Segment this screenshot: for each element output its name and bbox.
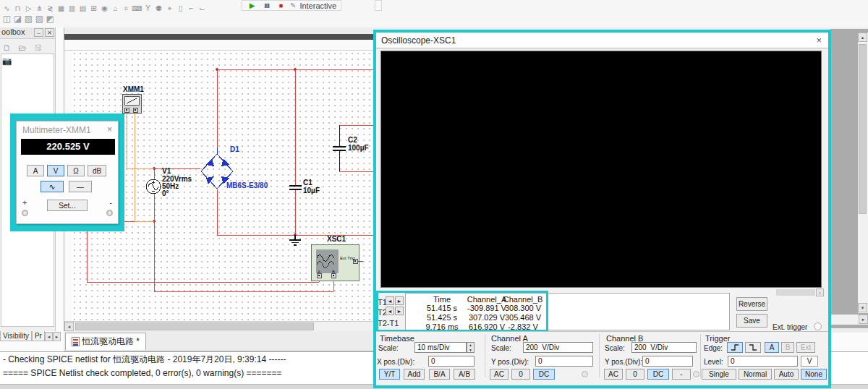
- timebase-xpos-input[interactable]: [428, 356, 475, 367]
- v1-name-label[interactable]: V1: [162, 168, 171, 175]
- save-button[interactable]: Save: [736, 314, 767, 328]
- place-peripherals-icon[interactable]: ⌨: [132, 4, 142, 12]
- canvas-vertical-scrollbar[interactable]: ▴ ▾: [858, 33, 868, 313]
- channel-a-dc-button[interactable]: DC: [533, 369, 555, 380]
- channel-b-scale-input[interactable]: [631, 342, 697, 353]
- cursor2-left-button[interactable]: ◄: [386, 307, 394, 315]
- multimeter-db-button[interactable]: dB: [88, 165, 106, 176]
- toolbox-close-button[interactable]: ✕: [45, 28, 54, 37]
- ext-trigger-terminal[interactable]: [814, 322, 822, 330]
- capture-icon[interactable]: ◩: [45, 14, 56, 24]
- place-rf-icon[interactable]: Y: [142, 4, 153, 12]
- trigger-level-unit[interactable]: V: [801, 356, 818, 367]
- ext-trigger-label: Ext. trigger: [773, 323, 807, 331]
- timebase-spinner[interactable]: ▲▼: [467, 342, 475, 353]
- reports-icon[interactable]: ▧: [34, 14, 45, 24]
- toolbox-minimize-button[interactable]: –: [34, 28, 43, 37]
- falling-edge-icon[interactable]: [745, 342, 761, 353]
- bus-icon[interactable]: ⌙: [197, 4, 208, 12]
- new-document-icon[interactable]: 🗋: [1, 43, 13, 52]
- delete-icon[interactable]: ▯: [175, 4, 186, 12]
- channel-b-ac-button[interactable]: AC: [604, 369, 623, 380]
- place-ttl-icon[interactable]: ▦: [56, 4, 67, 12]
- channel-a-zero-button[interactable]: 0: [511, 369, 530, 380]
- place-electromech-icon[interactable]: ⚉: [153, 4, 164, 12]
- grapher-icon[interactable]: ◫: [1, 14, 12, 24]
- save-icon[interactable]: 🖫: [32, 43, 44, 52]
- pause-simulation-button[interactable]: ▮▮: [261, 2, 272, 9]
- multimeter-ammeter-button[interactable]: A: [27, 165, 44, 176]
- trigger-b-button[interactable]: B: [781, 342, 794, 353]
- place-indicator-icon[interactable]: ◉: [99, 4, 110, 12]
- delta-channel-b-value: -2.832 V: [494, 322, 552, 331]
- cursor1-right-button[interactable]: ►: [395, 296, 404, 305]
- oscilloscope-titlebar[interactable]: Oscilloscope-XSC1 ×: [376, 33, 828, 48]
- timebase-ab-button[interactable]: A/B: [454, 369, 475, 380]
- interactive-mode-label[interactable]: Interactive: [299, 1, 336, 10]
- timebase-yt-button[interactable]: Y/T: [379, 369, 400, 380]
- trigger-level-input[interactable]: [728, 356, 798, 367]
- multimeter-dc-button[interactable]: —: [69, 181, 92, 192]
- d1-name-label[interactable]: D1: [230, 146, 239, 153]
- cursor1-left-button[interactable]: ◄: [386, 296, 394, 305]
- multimeter-ohmmeter-button[interactable]: Ω: [67, 165, 85, 176]
- channel-b-dc-button[interactable]: DC: [647, 369, 669, 380]
- channel-a-ypos-input[interactable]: [535, 356, 593, 367]
- hscroll-thumb[interactable]: [75, 322, 314, 330]
- channel-b-ypos-input[interactable]: [642, 356, 693, 367]
- trigger-single-button[interactable]: Single: [702, 369, 736, 380]
- hierarchy-icon[interactable]: ⌐: [186, 4, 197, 12]
- xsc1-label[interactable]: XSC1: [327, 236, 346, 243]
- scope-scroll-thumb[interactable]: [776, 289, 815, 296]
- multimeter-set-button[interactable]: Set...: [47, 200, 88, 211]
- tab-project[interactable]: Pr: [32, 331, 45, 341]
- channel-b-zero-button[interactable]: 0: [626, 369, 644, 380]
- channel-b-minus-button[interactable]: -: [672, 369, 691, 380]
- channel-a-scale-input[interactable]: [523, 342, 593, 353]
- multimeter-close-icon[interactable]: ×: [107, 124, 112, 134]
- vscroll-thumb[interactable]: [859, 44, 867, 214]
- channel-a-ac-button[interactable]: AC: [490, 369, 509, 380]
- postprocessor-icon[interactable]: ▨: [23, 14, 34, 24]
- cursor2-right-button[interactable]: ►: [395, 307, 404, 315]
- reverse-button[interactable]: Reverse: [736, 297, 767, 311]
- place-misc-icon[interactable]: ⌗: [121, 4, 132, 13]
- c1-name-label[interactable]: C1: [303, 179, 312, 187]
- scroll-down-icon[interactable]: ▾: [858, 303, 867, 312]
- scope-scroll-right-icon[interactable]: ›: [816, 288, 824, 296]
- oscilloscope-close-icon[interactable]: ×: [816, 35, 822, 46]
- multimeter-window[interactable]: Multimeter-XMM1 × 220.525 V A V Ω dB ∿ —…: [10, 114, 124, 231]
- oscilloscope-window[interactable]: Oscilloscope-XSC1 × › T1 ◄ ► T2 ◄ ► T2-T…: [373, 30, 831, 388]
- multimeter-ac-button[interactable]: ∿: [41, 181, 64, 192]
- place-mcu-icon[interactable]: ⌖: [164, 4, 175, 13]
- rising-edge-icon[interactable]: [727, 342, 743, 353]
- stop-simulation-button[interactable]: ■: [276, 2, 286, 9]
- open-folder-icon[interactable]: 🗁: [16, 43, 28, 52]
- c2-name-label[interactable]: C2: [348, 137, 357, 144]
- tab-visibility[interactable]: Visibility: [0, 331, 32, 341]
- tab-scroll-right-icon[interactable]: ▸: [53, 332, 61, 341]
- scroll-up-icon[interactable]: ▴: [858, 33, 867, 42]
- tab-scroll-left-icon[interactable]: ◂: [45, 332, 53, 341]
- analyses-icon[interactable]: ◪: [12, 14, 23, 24]
- hscroll-right-piece[interactable]: ▸: [830, 315, 868, 325]
- xmm1-label[interactable]: XMM1: [123, 86, 144, 93]
- trigger-auto-button[interactable]: Auto: [774, 369, 799, 380]
- place-cmos-icon[interactable]: ▥: [67, 4, 77, 12]
- place-mixed-icon[interactable]: ⊞: [88, 4, 99, 12]
- timebase-add-button[interactable]: Add: [404, 369, 425, 380]
- timebase-ba-button[interactable]: B/A: [429, 369, 450, 380]
- trigger-normal-button[interactable]: Normal: [739, 369, 772, 380]
- place-power-icon[interactable]: ⌂: [110, 4, 121, 12]
- scroll-left-icon[interactable]: ◂: [64, 322, 74, 331]
- place-misc-digital-icon[interactable]: ▤: [77, 4, 88, 12]
- multimeter-voltmeter-button[interactable]: V: [47, 165, 64, 176]
- capture-screen-icon[interactable]: 📷: [1, 56, 13, 66]
- trigger-a-button[interactable]: A: [765, 342, 779, 353]
- document-tab[interactable]: 恒流驱动电路 *: [65, 333, 146, 350]
- scroll-right-icon[interactable]: ▸: [859, 315, 868, 324]
- run-simulation-button[interactable]: ▶: [247, 1, 258, 9]
- trigger-none-button[interactable]: None: [801, 369, 827, 380]
- timebase-scale-input[interactable]: [414, 342, 467, 353]
- trigger-ext-button[interactable]: Ext: [796, 342, 815, 353]
